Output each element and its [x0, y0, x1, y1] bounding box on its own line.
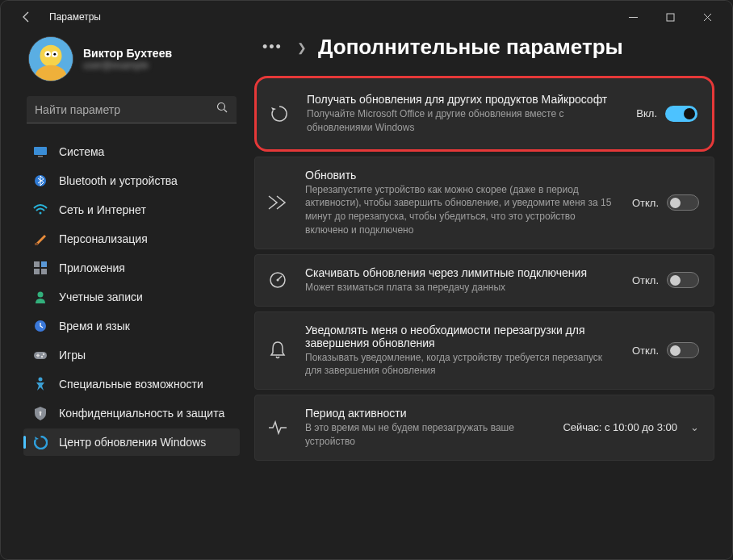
minimize-button[interactable]	[614, 4, 651, 30]
nav-label: Игры	[59, 349, 86, 361]
nav-icon	[33, 435, 48, 449]
search-input[interactable]	[35, 103, 216, 116]
card-icon	[268, 102, 291, 125]
nav-icon	[33, 261, 48, 275]
maximize-button[interactable]	[651, 4, 689, 30]
setting-card-2: Скачивать обновления через лимитные подк…	[254, 254, 714, 307]
nav-label: Персонализация	[59, 232, 148, 245]
card-desc: Показывать уведомление, когда устройству…	[305, 351, 616, 378]
nav-icon	[33, 290, 48, 304]
svg-rect-12	[38, 156, 43, 157]
nav-icon	[33, 348, 48, 362]
settings-window: Параметры Виктор Бухтеев user@example	[1, 1, 732, 559]
sidebar-item-10[interactable]: Центр обновления Windows	[23, 428, 240, 456]
sidebar-item-3[interactable]: Персонализация	[23, 225, 240, 253]
sidebar: Виктор Бухтеев user@example СистемаBluet…	[1, 33, 251, 553]
card-icon	[266, 416, 289, 439]
svg-point-29	[277, 279, 279, 282]
card-icon	[266, 191, 289, 214]
svg-rect-16	[34, 261, 40, 267]
sidebar-item-6[interactable]: Время и язык	[23, 312, 240, 340]
svg-rect-18	[34, 269, 40, 274]
sidebar-item-9[interactable]: Конфиденциальность и защита	[23, 399, 240, 427]
card-title: Уведомлять меня о необходимости перезагр…	[305, 324, 616, 349]
window-title: Параметры	[49, 11, 101, 23]
svg-point-14	[40, 212, 42, 215]
chevron-down-icon: ⌄	[690, 421, 699, 433]
chevron-right-icon: ❯	[297, 41, 307, 54]
search-icon	[216, 102, 228, 117]
nav-label: Центр обновления Windows	[59, 436, 206, 449]
svg-rect-19	[41, 269, 47, 274]
sidebar-item-5[interactable]: Учетные записи	[23, 283, 240, 311]
setting-card-0: Получать обновления для других продуктов…	[254, 76, 714, 152]
user-profile[interactable]: Виктор Бухтеев user@example	[23, 33, 240, 96]
nav-icon	[33, 406, 48, 420]
toggle-label: Откл.	[632, 274, 659, 286]
svg-rect-17	[41, 261, 47, 267]
card-title: Получать обновления для других продуктов…	[307, 93, 620, 106]
back-button[interactable]	[15, 6, 38, 28]
setting-card-3: Уведомлять меня о необходимости перезагр…	[254, 311, 714, 391]
nav-label: Приложения	[59, 261, 125, 274]
svg-point-23	[43, 353, 44, 355]
sidebar-item-2[interactable]: Сеть и Интернет	[23, 196, 240, 224]
setting-card-1: ОбновитьПерезапустите устройство как мож…	[254, 157, 714, 249]
nav-label: Система	[59, 145, 104, 158]
svg-rect-15	[35, 243, 38, 245]
svg-rect-11	[34, 147, 47, 155]
card-title: Обновить	[305, 169, 616, 182]
nav-label: Bluetooth и устройства	[59, 174, 178, 187]
card-desc: В это время мы не будем перезагружать ва…	[305, 421, 547, 449]
nav-icon	[33, 203, 48, 217]
toggle-label: Вкл.	[636, 107, 657, 119]
svg-rect-1	[667, 14, 674, 21]
close-button[interactable]	[689, 4, 726, 30]
user-email: user@example	[83, 60, 172, 71]
card-icon	[266, 339, 289, 361]
nav-icon	[33, 144, 48, 159]
card-desc: Получайте Microsoft Office и другие обно…	[307, 107, 620, 135]
card-title: Период активности	[305, 407, 547, 420]
breadcrumb: ••• ❯ Дополнительные параметры	[251, 33, 714, 76]
toggle-label: Откл.	[632, 345, 659, 357]
sidebar-item-4[interactable]: Приложения	[23, 254, 240, 282]
sidebar-item-1[interactable]: Bluetooth и устройства	[23, 167, 240, 194]
svg-rect-22	[34, 352, 47, 359]
svg-rect-27	[40, 413, 41, 416]
svg-point-9	[218, 103, 225, 111]
toggle-switch[interactable]	[667, 342, 699, 358]
breadcrumb-more-icon[interactable]: •••	[259, 39, 286, 56]
user-name: Виктор Бухтеев	[83, 47, 172, 60]
svg-line-10	[224, 110, 228, 113]
toggle-switch[interactable]	[667, 194, 699, 211]
value-label: Сейчас: с 10:00 до 3:00	[563, 421, 677, 433]
setting-card-4[interactable]: Период активностиВ это время мы не будем…	[254, 395, 714, 461]
svg-point-8	[53, 53, 56, 56]
toggle-switch[interactable]	[667, 272, 699, 288]
nav-icon	[33, 232, 48, 246]
svg-point-3	[40, 45, 62, 67]
settings-cards: Получать обновления для других продуктов…	[251, 76, 714, 461]
page-title: Дополнительные параметры	[318, 35, 623, 60]
sidebar-item-7[interactable]: Игры	[23, 341, 240, 369]
card-title: Скачивать обновления через лимитные подк…	[305, 266, 616, 279]
avatar	[28, 36, 73, 81]
nav-icon	[33, 319, 48, 333]
toggle-switch[interactable]	[665, 106, 697, 122]
svg-point-20	[38, 292, 44, 298]
main-panel: ••• ❯ Дополнительные параметры Получать …	[251, 33, 732, 553]
nav-label: Учетные записи	[59, 290, 143, 303]
search-box[interactable]	[27, 96, 237, 123]
svg-point-25	[39, 378, 43, 382]
sidebar-item-8[interactable]: Специальные возможности	[23, 370, 240, 398]
svg-point-7	[47, 53, 49, 56]
sidebar-item-0[interactable]: Система	[23, 138, 240, 165]
nav-icon	[33, 173, 48, 188]
nav-list: СистемаBluetooth и устройстваСеть и Инте…	[23, 138, 240, 456]
nav-icon	[33, 377, 48, 391]
nav-label: Сеть и Интернет	[59, 203, 146, 216]
titlebar: Параметры	[1, 1, 732, 33]
nav-label: Специальные возможности	[59, 378, 203, 391]
toggle-label: Откл.	[632, 197, 659, 209]
